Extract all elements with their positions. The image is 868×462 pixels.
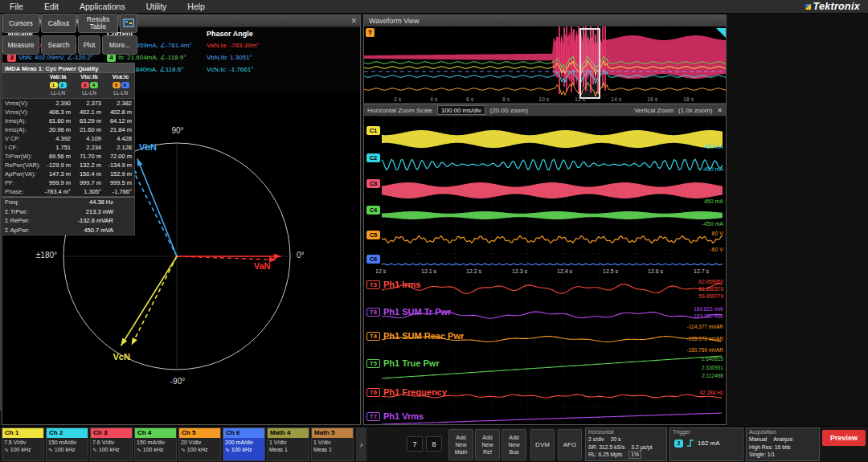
channel-badge-c6[interactable]: C6 xyxy=(366,255,380,264)
trace-badge-t8[interactable]: T8 xyxy=(366,308,380,317)
channel-badge-c5[interactable]: C5 xyxy=(366,231,380,239)
axis-label-0: 0° xyxy=(297,251,321,260)
phasor-table-row: VbN,Ib: 1.3051° xyxy=(207,51,356,63)
vertical-zoom-factor: (1.0x zoom) xyxy=(678,107,712,114)
phasor-column-header: Phasor Angle xyxy=(207,30,356,38)
slot-8-button[interactable]: 8 xyxy=(426,436,442,452)
menu-utility[interactable]: Utility xyxy=(146,2,167,11)
slot-7-button[interactable]: 7 xyxy=(407,436,423,452)
dvm-button[interactable]: DVM xyxy=(530,429,555,460)
results-row-value: 1.751 xyxy=(43,144,73,151)
bottom-channel-ch-2[interactable]: Ch 2150 mA/div100 kHz xyxy=(46,427,88,461)
bottom-channel-math-4[interactable]: Math 41 V/divMeas 1 xyxy=(267,427,309,461)
overview-time-label: 12 s xyxy=(575,96,585,102)
bottom-channel-ch-1[interactable]: Ch 17.5 V/div100 kHz xyxy=(2,427,44,461)
results-summary-row: Σ TrPwr:213.3 mW xyxy=(2,207,134,217)
add-new-bus-button[interactable]: AddNewBus xyxy=(502,429,526,460)
more-button[interactable]: More... xyxy=(102,35,137,55)
waveform-panel: Waveform View T 2 s4 s6 s8 s10 s12 s14 s… xyxy=(363,14,727,425)
results-row-value: 2.382 xyxy=(104,100,134,107)
plot-button[interactable]: Plot xyxy=(78,35,100,55)
results-row-value: 2.128 xyxy=(104,144,134,151)
trace-badge-t6[interactable]: T6 xyxy=(366,388,380,397)
afg-button[interactable]: AFG xyxy=(558,429,582,460)
menu-help[interactable]: Help xyxy=(187,2,205,11)
results-subheader: LL-LN xyxy=(74,90,104,96)
measure-button[interactable]: Measure xyxy=(2,35,39,55)
trigger-panel[interactable]: Trigger 2 162 mA xyxy=(669,427,743,461)
trace-row-t7: T7Ph1 Vrms xyxy=(366,411,424,422)
horizontal-resolution: 3.2 µs/pt xyxy=(631,444,652,452)
results-table-button[interactable]: Results Table xyxy=(78,14,118,33)
bottom-channel-ch-5[interactable]: Ch 520 V/div100 kHz xyxy=(178,427,221,461)
add-new-row-2: Measure Search Plot More... xyxy=(2,35,137,55)
menu-file[interactable]: File xyxy=(10,2,23,11)
horizontal-panel[interactable]: Horizontal 2 s/div20 s SR: 312.5 kS/s3.2… xyxy=(585,427,667,461)
results-row-value: 4.392 xyxy=(43,135,73,142)
results-row: I CF:1.7512.2342.128 xyxy=(2,143,134,152)
channel-badge-c1[interactable]: C1 xyxy=(366,126,380,135)
trace-badge-t7[interactable]: T7 xyxy=(366,412,380,421)
measurement-readout: 62.059950 xyxy=(698,279,723,284)
acquisition-panel[interactable]: Acquisition ManualAnalyze High Res: 16 b… xyxy=(746,427,820,461)
trigger-source-badge: 2 xyxy=(674,440,683,448)
channel-badge-c4[interactable]: C4 xyxy=(366,206,380,215)
horizontal-zoom-scale-input[interactable]: 100.00 ms/div xyxy=(437,105,485,115)
overview-time-label: 18 s xyxy=(683,96,694,102)
vertical-scale-label: 450 mA xyxy=(704,198,723,204)
channel-badge-c3[interactable]: C3 xyxy=(366,179,380,188)
waveform-main-view[interactable]: C1C2C3C4C5C6T3Ph1 IrmsT8Ph1 SUM Tr PwrT4… xyxy=(364,117,726,424)
results-row-value: 69.56 m xyxy=(43,153,73,160)
trace-badge-t5[interactable]: T5 xyxy=(366,359,380,368)
bottom-channel-setting: 100 kHz xyxy=(181,446,219,453)
add-new-ref-button[interactable]: AddNewRef xyxy=(475,429,500,460)
results-row-value: 4.428 xyxy=(104,135,134,142)
time-axis-label: 12.6 s xyxy=(648,268,663,274)
zoom-window-handle[interactable] xyxy=(579,28,600,99)
preview-button[interactable]: Preview xyxy=(822,430,866,446)
trace-label: Ph1 Frequency xyxy=(383,387,447,397)
bottom-channel-ch-4[interactable]: Ch 4150 mA/div100 kHz xyxy=(134,427,177,461)
results-row: TrPwr(W):69.56 m71.70 m72.00 m xyxy=(2,152,134,161)
results-summary-label: Σ ApPwr: xyxy=(2,227,47,234)
trace-badge-t4[interactable]: T4 xyxy=(366,332,380,341)
display-settings-button[interactable] xyxy=(120,14,137,33)
channel-number-badge: 1 xyxy=(50,82,58,88)
svg-text:VaN: VaN xyxy=(254,261,271,271)
bottom-channel-setting: Meas 1 xyxy=(269,446,307,453)
acquisition-status: Single: 1/1 xyxy=(749,451,775,459)
imda-table-title: IMDA Meas 1: Cyc Power Quality xyxy=(2,63,135,73)
trigger-title: Trigger xyxy=(670,428,743,435)
rising-edge-icon xyxy=(686,439,694,448)
overview-time-label: 10 s xyxy=(538,96,549,102)
tektronix-logo-mark xyxy=(805,4,811,10)
channel-badge-c2[interactable]: C2 xyxy=(366,153,380,162)
bottom-channel-math-5[interactable]: Math 51 V/divMeas 1 xyxy=(311,427,354,461)
bottom-channel-name: Ch 5 xyxy=(179,428,220,438)
bottom-channel-ch-3[interactable]: Ch 37.6 V/div100 kHz xyxy=(90,427,133,461)
imda-results-table[interactable]: IMDA Meas 1: Cyc Power Quality Vab:Ia12L… xyxy=(2,63,135,235)
channel-number-badge: 2 xyxy=(59,82,67,88)
results-row-value: 402.1 m xyxy=(73,108,104,116)
menu-applications[interactable]: Applications xyxy=(80,2,125,11)
measurement-readout: 59.459779 xyxy=(698,293,723,299)
bottom-channel-setting: 200 mA/div xyxy=(225,439,263,446)
bottom-channel-ch-6[interactable]: Ch 6200 mA/div100 kHz xyxy=(223,427,265,461)
add-new-math-button[interactable]: AddNewMath xyxy=(448,429,473,460)
measurement-readout: -150.769 mVAR xyxy=(686,347,723,353)
zoom-close-icon[interactable]: ✕ xyxy=(717,107,723,114)
callout-button[interactable]: Callout xyxy=(41,14,76,33)
waveform-overview[interactable]: T 2 s4 s6 s8 s10 s12 s14 s16 s18 s xyxy=(364,27,726,104)
results-row-value: 999.9 m xyxy=(43,179,73,186)
menu-edit[interactable]: Edit xyxy=(44,2,59,11)
close-icon[interactable]: ✕ xyxy=(350,15,357,27)
trace-label: Ph1 SUM Tr Pwr xyxy=(383,307,451,317)
bottom-bar: › 7 8 AddNewMath AddNewRef AddNewBus DVM… xyxy=(0,426,868,462)
expand-channels-button[interactable]: › xyxy=(356,427,366,461)
waveform-panel-titlebar[interactable]: Waveform View xyxy=(364,15,726,27)
waveform-panel-title: Waveform View xyxy=(369,17,420,25)
trace-badge-t3[interactable]: T3 xyxy=(366,280,380,289)
cursors-button[interactable]: Cursors xyxy=(2,14,39,33)
search-button[interactable]: Search xyxy=(41,35,76,55)
phasor-table-value: VbN,Ib: 1.3051° xyxy=(207,54,252,61)
